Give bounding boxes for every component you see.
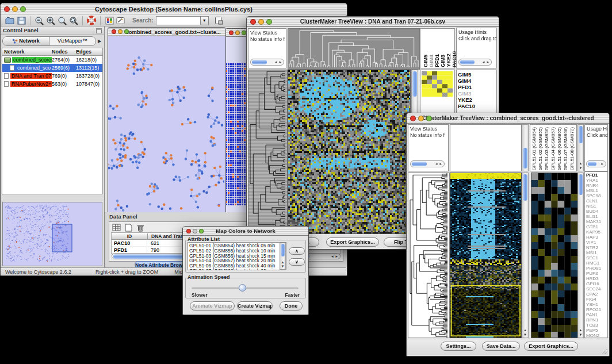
- gene-list-item[interactable]: YRA1: [585, 178, 607, 183]
- gene-list-item[interactable]: KAP95: [585, 229, 607, 235]
- zoom-button[interactable]: [266, 19, 272, 25]
- tv1-similarity-matrix[interactable]: [420, 70, 454, 98]
- tv2-usage-hints-scrollbar[interactable]: ▸: [586, 160, 606, 167]
- tv2-gene-list[interactable]: PFD1YRA1RNR4MSL1SPC98CLN1NIS1BUD4ELG1MAK…: [584, 171, 608, 338]
- gene-list-item[interactable]: RNR4: [585, 183, 607, 188]
- gene-list-item[interactable]: MSL1: [585, 188, 607, 193]
- tv1-gene-list-item[interactable]: PFD1: [457, 84, 496, 90]
- gene-list-item[interactable]: RPN1: [585, 317, 607, 323]
- tv1-row-dendrogram[interactable]: [248, 70, 288, 234]
- zoom-button[interactable]: [242, 30, 246, 35]
- zoom-in-icon[interactable]: [45, 16, 56, 26]
- tv1-gene-list-item[interactable]: YKE2: [457, 97, 496, 103]
- tv2-view-status-scrollbar[interactable]: ◂ ▸: [410, 160, 445, 167]
- save-icon[interactable]: [16, 16, 27, 26]
- network-graph-canvas[interactable]: [108, 36, 224, 212]
- gene-list-item[interactable]: NTR2: [585, 245, 607, 250]
- float-panel-icon[interactable]: [96, 25, 104, 36]
- minimize-button[interactable]: [258, 19, 264, 25]
- tv2-zoom-vscrollbar[interactable]: ▲▼: [577, 173, 584, 338]
- main-titlebar[interactable]: Cytoscape Desktop (Session Name: collins…: [1, 3, 347, 16]
- tv1-heatmap[interactable]: [288, 70, 411, 234]
- zoom-button[interactable]: [199, 229, 204, 233]
- gene-list-item[interactable]: SEC1: [585, 255, 607, 260]
- tv2-export-graphics-button[interactable]: Export Graphics...: [524, 342, 578, 351]
- gene-list-item[interactable]: BUD4: [585, 209, 607, 214]
- tv1-gene-list-item[interactable]: GIM4: [457, 78, 496, 84]
- close-button[interactable]: [250, 19, 256, 25]
- search-input[interactable]: [156, 16, 201, 25]
- zoom-button[interactable]: [124, 29, 129, 34]
- treeview1-titlebar[interactable]: ClusterMaker TreeView : DNA and Tran 07-…: [247, 17, 499, 27]
- gene-list-item[interactable]: YSH1: [585, 302, 607, 307]
- gene-list-item[interactable]: MON2: [585, 333, 607, 338]
- gene-list-item[interactable]: CLN1: [585, 198, 607, 204]
- tv2-top-vscrollbar[interactable]: [522, 124, 529, 171]
- network-table-row[interactable]: combined_sco2569(6)13112(15): [2, 64, 102, 72]
- network-doc-icon[interactable]: [213, 16, 225, 26]
- animate-vizmap-button[interactable]: Animate Vizmap: [190, 301, 235, 311]
- close-button[interactable]: [186, 229, 191, 233]
- gene-list-item[interactable]: SPC98: [585, 193, 607, 198]
- tv1-view-status-scrollbar[interactable]: ◂ ▸: [250, 59, 284, 66]
- tab-vizmapper[interactable]: VizMapper™: [49, 37, 95, 45]
- tv1-usage-hints-scrollbar[interactable]: ◂ ▸: [458, 59, 492, 66]
- tv1-gene-list-item[interactable]: GIM3: [457, 90, 496, 97]
- close-button[interactable]: [229, 30, 234, 35]
- close-button[interactable]: [410, 116, 416, 121]
- treeview2-titlebar[interactable]: ClusterMaker TreeView : combined_scores_…: [407, 113, 609, 124]
- gene-list-item[interactable]: HAP3: [585, 235, 607, 240]
- gene-list-item[interactable]: RPO21: [585, 307, 607, 312]
- delete-attribute-trash-icon[interactable]: [136, 223, 146, 232]
- search-dropdown-arrow-icon[interactable]: ▼: [201, 16, 209, 25]
- close-button[interactable]: [112, 29, 116, 34]
- minimize-button[interactable]: [12, 6, 18, 12]
- resize-grip[interactable]: [601, 348, 608, 355]
- tv1-column-dendrogram[interactable]: [288, 28, 420, 70]
- attribute-table-icon[interactable]: [112, 223, 121, 232]
- zoom-out-icon[interactable]: [33, 16, 45, 26]
- gene-list-item[interactable]: MSI1: [585, 250, 607, 255]
- tv2-zoom-heatmap[interactable]: [531, 173, 578, 338]
- network-table-row[interactable]: RNAPuberNov2+563(0)107847(0): [2, 80, 102, 88]
- tv1-gene-list-item[interactable]: PAC10: [457, 103, 496, 109]
- tab-overflow-arrow[interactable]: ▶: [96, 39, 103, 44]
- minimize-button[interactable]: [235, 30, 240, 35]
- speed-slider-thumb[interactable]: [239, 284, 246, 292]
- tv2-labels-vscrollbar[interactable]: ▲▼: [577, 124, 584, 171]
- attribute-list-item[interactable]: GPL51-07 (GSM868) heat shock 60 min: [188, 269, 286, 270]
- tv2-row-dendrogram[interactable]: [408, 173, 450, 338]
- gene-list-item[interactable]: GPI16: [585, 281, 607, 286]
- network-table-row[interactable]: DNA and Tran 07769(0)183728(0): [2, 72, 102, 80]
- birdseye-view[interactable]: [2, 202, 102, 266]
- gene-list-item[interactable]: VIP1: [585, 240, 607, 245]
- create-vizmap-button[interactable]: Create Vizmap: [237, 301, 273, 311]
- network-view-titlebar[interactable]: combined_scores_good.txt--cluste...: [108, 28, 225, 36]
- gene-list-item[interactable]: CPA2: [585, 292, 607, 297]
- gene-list-item[interactable]: GTB1: [585, 224, 607, 229]
- tv2-column-tree-area[interactable]: [450, 124, 522, 171]
- tv1-gene-list-item[interactable]: GIM5: [457, 71, 496, 78]
- gene-list-item[interactable]: PUF3: [585, 271, 607, 276]
- network-table-row[interactable]: combined_scores2764(0)16218(0): [2, 56, 102, 64]
- tab-network[interactable]: Network: [3, 37, 49, 45]
- gene-list-item[interactable]: TCB3: [585, 323, 607, 328]
- move-up-button[interactable]: ∧: [289, 247, 305, 255]
- gene-list-item[interactable]: HRD3: [585, 276, 607, 281]
- vizmapper-icon[interactable]: [104, 16, 115, 26]
- minimize-button[interactable]: [193, 229, 197, 233]
- move-down-button[interactable]: ∨: [289, 258, 305, 266]
- gene-list-item[interactable]: SEC24: [585, 286, 607, 292]
- tv2-heatmap-vscrollbar[interactable]: ▲▼: [522, 173, 529, 338]
- zoom-selected-icon[interactable]: [68, 16, 79, 26]
- open-file-icon[interactable]: [4, 16, 16, 26]
- gene-list-item[interactable]: MAK31: [585, 219, 607, 224]
- gene-list-item[interactable]: ELG1: [585, 214, 607, 219]
- attribute-list-vscrollbar[interactable]: ▲▼: [280, 243, 286, 270]
- network-table-header[interactable]: Network Nodes Edges: [2, 48, 102, 56]
- gene-list-item[interactable]: NIS1: [585, 204, 607, 209]
- gene-list-item[interactable]: PEP5: [585, 328, 607, 333]
- tv2-settings-button[interactable]: Settings...: [441, 342, 476, 351]
- attribute-listbox[interactable]: GPL51-01 (GSM854) heat shock 05 minGPL51…: [188, 242, 286, 270]
- minimize-button[interactable]: [118, 29, 123, 34]
